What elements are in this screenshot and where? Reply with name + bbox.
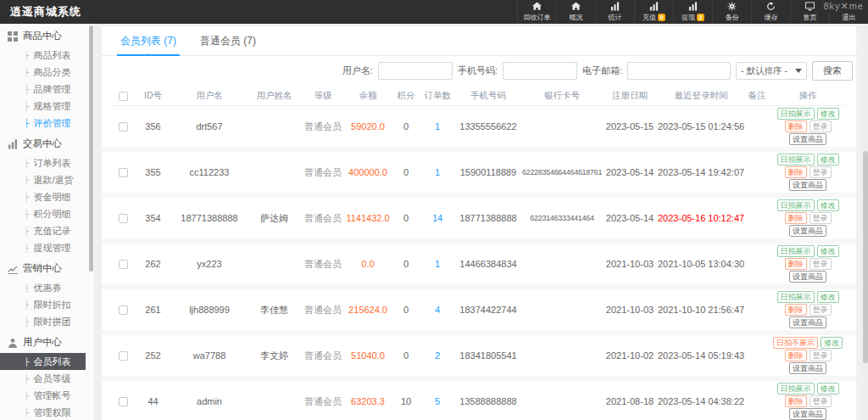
tab-member-list[interactable]: 会员列表 (7) [108,26,188,55]
modify-button[interactable]: 修改 [817,199,839,211]
sidebar-item-goods-list[interactable]: ├商品列表 [0,47,94,64]
cell-orders[interactable]: 1 [420,259,454,269]
login-button[interactable]: 登录 [810,395,832,407]
display-toggle-button[interactable]: 日拍展示 [777,245,815,257]
login-button[interactable]: 登录 [810,120,832,132]
sidebar-item-withdraw-manage[interactable]: ├提现管理 [0,239,94,256]
sidebar-item-funds-detail[interactable]: ├资金明细 [0,188,94,205]
set-goods-button[interactable]: 设置商品 [789,362,826,374]
page-scrollbar-thumb[interactable] [863,151,868,363]
display-toggle-button[interactable]: 日拍展示 [777,199,815,211]
delete-button[interactable]: 删除 [785,166,807,178]
nav-item-statistics[interactable]: 统计 [595,0,634,24]
delete-button[interactable]: 删除 [785,212,807,224]
cell-orders[interactable]: 1 [420,121,454,132]
display-toggle-button[interactable]: 日拍不展示 [773,337,818,349]
sidebar-item-member-list[interactable]: ├会员列表 [0,353,86,370]
set-goods-button[interactable]: 设置商品 [789,408,826,420]
nav-item-overview[interactable]: 概况 [556,0,595,24]
nav-item-cache[interactable]: 缓存 [751,0,790,24]
tab-normal-members[interactable]: 普通会员 (7) [188,26,268,55]
set-goods-button[interactable]: 设置商品 [789,271,826,283]
delete-button[interactable]: 删除 [785,350,807,361]
sidebar-item-admin-perms[interactable]: ├管理权限 [0,404,94,420]
search-input-phone[interactable] [503,62,577,80]
modify-button[interactable]: 修改 [817,291,839,303]
cell-orders[interactable]: 14 [420,213,454,223]
cell-actions: 日拍展示修改删除登录设置商品 [770,106,846,147]
bar-chart-icon [649,2,659,11]
modify-button[interactable]: 修改 [821,337,843,349]
modify-button[interactable]: 修改 [817,245,839,257]
sidebar-item-points-detail[interactable]: ├积分明细 [0,205,94,222]
display-toggle-button[interactable]: 日拍展示 [777,383,815,395]
sidebar: 商品中心├商品列表├商品分类├品牌管理├规格管理├评价管理交易中心├订单列表├退… [0,24,95,420]
row-checkbox[interactable] [119,122,128,132]
cell-orders[interactable]: 1 [420,167,454,177]
sort-select[interactable]: - 默认排序 - [736,62,807,80]
row-checkbox[interactable] [119,397,128,406]
delete-button[interactable]: 删除 [785,120,807,132]
sidebar-item-refund-return[interactable]: ├退款/退货 [0,171,94,188]
home-icon [571,2,581,11]
sidebar-section-label: 交易中心 [23,137,62,150]
sidebar-item-coupons[interactable]: ├优惠券 [0,279,94,296]
cell-level: 普通会员 [302,395,344,408]
sidebar-item-review-manage[interactable]: ├评价管理 [0,115,94,132]
row-checkbox[interactable] [119,214,128,223]
login-button[interactable]: 登录 [810,212,832,224]
promo-icon [8,264,18,274]
sidebar-item-admin-account[interactable]: ├管理帐号 [0,387,94,404]
cell-id: 44 [134,396,172,406]
sidebar-section-header-user-center[interactable]: 用户中心 [0,330,94,353]
sidebar-item-goods-category[interactable]: ├商品分类 [0,64,94,81]
row-checkbox[interactable] [119,260,128,269]
search-button[interactable]: 搜索 [812,61,853,81]
nav-item-recharge[interactable]: 充值0 [634,0,673,24]
login-button[interactable]: 登录 [810,350,832,361]
row-checkbox[interactable] [119,305,128,315]
login-button[interactable]: 登录 [810,304,832,316]
display-toggle-button[interactable]: 日拍展示 [777,154,815,165]
nav-item-backup[interactable]: 备份 [712,0,751,24]
nav-item-recycle-orders[interactable]: 回收订单 [517,0,556,24]
row-checkbox[interactable] [119,168,128,177]
sidebar-item-member-level[interactable]: ├会员等级 [0,370,94,387]
sidebar-item-group-buy[interactable]: ├限时拼团 [0,313,94,330]
sidebar-section-header-trade-center[interactable]: 交易中心 [0,132,94,154]
sidebar-item-brand-manage[interactable]: ├品牌管理 [0,81,94,98]
delete-button[interactable]: 删除 [785,395,807,407]
cell-orders[interactable]: 5 [420,396,454,406]
select-all-checkbox[interactable] [119,92,128,101]
cell-orders[interactable]: 2 [420,350,454,361]
row-checkbox[interactable] [119,351,128,361]
set-goods-button[interactable]: 设置商品 [789,316,826,328]
sidebar-item-recharge-record[interactable]: ├充值记录 [0,222,94,239]
display-toggle-button[interactable]: 日拍展示 [777,108,815,120]
display-toggle-button[interactable]: 日拍展示 [777,291,815,303]
sidebar-section-header-goods-center[interactable]: 商品中心 [0,24,94,47]
search-input-username[interactable] [378,62,453,80]
set-goods-button[interactable]: 设置商品 [789,225,826,237]
sidebar-section-header-marketing-center[interactable]: 营销中心 [0,256,94,279]
modify-button[interactable]: 修改 [817,154,839,165]
cell-orders[interactable]: 4 [420,305,454,315]
sidebar-scrollbar-thumb[interactable] [89,25,93,272]
nav-item-withdraw[interactable]: 提现2 [673,0,712,24]
sidebar-item-order-list[interactable]: ├订单列表 [0,154,94,171]
delete-button[interactable]: 删除 [785,304,807,316]
delete-button[interactable]: 删除 [785,258,807,270]
cell-username: admin [172,396,247,406]
tree-branch-icon: ├ [24,226,29,236]
search-input-email[interactable] [627,62,731,80]
sidebar-item-spec-manage[interactable]: ├规格管理 [0,98,94,115]
login-button[interactable]: 登录 [810,258,832,270]
modify-button[interactable]: 修改 [817,383,839,395]
action-line-3: 设置商品 [789,408,826,420]
login-button[interactable]: 登录 [810,166,832,178]
modify-button[interactable]: 修改 [817,108,839,120]
set-goods-button[interactable]: 设置商品 [789,179,826,191]
sidebar-item-label: 积分明细 [33,209,70,219]
sidebar-item-flash-discount[interactable]: ├限时折扣 [0,296,94,313]
set-goods-button[interactable]: 设置商品 [789,133,826,145]
